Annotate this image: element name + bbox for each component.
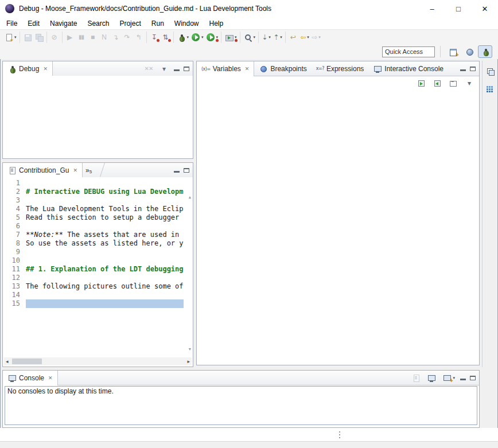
menu-navigate[interactable]: Navigate — [45, 18, 82, 29]
remove-all-terminated-button[interactable]: ✕✕ — [143, 63, 154, 75]
tab-breakpoints[interactable]: Breakpoints — [254, 61, 311, 76]
glyph-icon: ⇅ — [162, 34, 168, 41]
maximize-view-button[interactable] — [184, 168, 189, 173]
restore-minimized-views-button[interactable] — [484, 65, 496, 77]
menu-file[interactable]: File — [1, 18, 22, 29]
tab-contribution-guide[interactable]: Contribution_Gu ✕ — [3, 163, 83, 178]
disconnect-button[interactable]: N — [99, 31, 110, 44]
scroll-right-icon[interactable] — [187, 359, 190, 364]
lua-perspective-button[interactable] — [462, 45, 476, 58]
console-viewer[interactable]: No consoles to display at this time. — [5, 386, 477, 425]
debug-perspective-button[interactable] — [478, 45, 492, 58]
close-icon[interactable]: ✕ — [245, 66, 250, 72]
horizontal-scrollbar[interactable] — [4, 357, 192, 365]
minimize-view-button[interactable] — [460, 376, 466, 380]
tab-console[interactable]: Console ✕ — [3, 371, 58, 385]
scroll-left-icon[interactable] — [6, 359, 9, 364]
line-number: 13 — [3, 282, 20, 291]
code-line: The following pictures outline some of — [26, 282, 184, 291]
close-icon[interactable]: ✕ — [73, 167, 77, 173]
pin-console-button[interactable] — [410, 372, 422, 384]
maximize-view-button[interactable] — [470, 67, 476, 71]
debug-view-content[interactable] — [3, 76, 193, 158]
step-return-button[interactable]: ↰ — [133, 31, 145, 44]
glyph-icon: ↷ — [124, 34, 130, 41]
skip-all-breakpoints-button[interactable]: ⊘ — [49, 31, 60, 44]
resume-button[interactable]: ▶ — [64, 31, 76, 44]
menu-edit[interactable]: Edit — [22, 18, 45, 29]
forward-button[interactable]: ⇨▾ — [310, 31, 322, 44]
show-logical-structures-button[interactable] — [415, 77, 427, 89]
last-edit-location-button[interactable]: ↩ — [287, 31, 299, 44]
tab-variables[interactable]: (x)=Variables✕ — [197, 61, 254, 76]
menu-project[interactable]: Project — [114, 18, 146, 29]
save-button[interactable] — [22, 31, 33, 44]
open-perspective-button[interactable] — [446, 45, 460, 58]
menu-window[interactable]: Window — [169, 18, 204, 29]
dropdown-arrow-icon: ▾ — [307, 35, 309, 40]
bottom-sash-grip[interactable] — [336, 429, 343, 441]
outline-view-button[interactable] — [484, 83, 496, 96]
step-into-button[interactable]: ↴ — [110, 31, 122, 44]
tab-debug[interactable]: Debug ✕ — [3, 61, 53, 76]
coverage-button[interactable]: ▾ — [205, 31, 220, 44]
open-console-button[interactable]: ▾ — [441, 372, 456, 384]
external-tools-button[interactable]: ▾ — [223, 31, 238, 44]
maximize-icon — [184, 67, 189, 71]
debug-button[interactable]: ▾ — [176, 31, 190, 44]
new-wizard-button[interactable]: ▾ — [3, 31, 18, 44]
maximize-button[interactable]: □ — [445, 0, 472, 17]
minimize-view-button[interactable] — [174, 168, 180, 173]
variables-tabbar: (x)=Variables✕Breakpointsx=?ExpressionsI… — [197, 61, 479, 76]
code-line: The Lua Development Tools in the Eclips — [26, 205, 184, 213]
toolbar-separator — [221, 32, 221, 43]
line-number: 10 — [3, 256, 20, 265]
code-line — [26, 179, 184, 188]
minimize-view-button[interactable] — [174, 67, 180, 71]
step-over-button[interactable]: ↷ — [122, 31, 133, 44]
close-icon[interactable]: ✕ — [48, 375, 53, 381]
search-button[interactable]: ▾ — [242, 31, 257, 44]
scrollbar-thumb[interactable] — [12, 359, 42, 364]
glyph-icon: ↧ — [151, 34, 157, 41]
view-menu-button[interactable]: ▾ — [158, 63, 170, 75]
tab-expressions[interactable]: x=?Expressions — [312, 61, 369, 76]
toolbar-separator — [46, 32, 47, 43]
previous-annotation-button[interactable]: ⇡▾ — [272, 31, 283, 44]
menu-help[interactable]: Help — [204, 18, 229, 29]
view-menu-button[interactable]: ▾ — [464, 77, 475, 89]
menu-run[interactable]: Run — [146, 18, 169, 29]
use-step-filters-button[interactable]: ⇅ — [160, 31, 172, 44]
tab-interactive-console[interactable]: Interactive Console — [368, 61, 448, 76]
collapse-all-button[interactable] — [448, 77, 459, 89]
dropdown-arrow-icon: ▾ — [201, 35, 204, 40]
tab-overflow-chevron[interactable]: 5 — [83, 163, 95, 177]
expressions-icon: x=? — [316, 66, 324, 71]
editor-text-area[interactable]: 123456789101112131415 # Interactive DEBU… — [3, 177, 193, 367]
editor-gutter[interactable]: 123456789101112131415 — [3, 179, 20, 308]
save-all-button[interactable] — [33, 31, 45, 44]
drop-to-frame-button[interactable]: ↧ — [149, 31, 160, 44]
main-toolbar: ▾⊘▶▮▮■N↴↷↰↧⇅▾▾▾▾▾⇣▾⇡▾↩⇦▾⇨▾ — [0, 29, 498, 44]
show-columns-button[interactable] — [431, 77, 443, 89]
back-button[interactable]: ⇦▾ — [299, 31, 310, 44]
display-selected-console-button[interactable] — [426, 372, 437, 384]
suspend-button[interactable]: ▮▮ — [76, 31, 87, 44]
scroll-down-icon[interactable] — [189, 345, 191, 354]
run-button[interactable]: ▾ — [190, 31, 205, 44]
close-icon[interactable]: ✕ — [43, 66, 48, 72]
menu-search[interactable]: Search — [82, 18, 114, 29]
minimize-view-button[interactable] — [460, 67, 466, 71]
minimize-icon — [174, 69, 180, 71]
scroll-up-icon[interactable] — [189, 193, 191, 202]
line-number: 9 — [3, 248, 20, 256]
minimize-button[interactable]: – — [419, 0, 445, 17]
maximize-view-button[interactable] — [470, 376, 476, 380]
maximize-view-button[interactable] — [184, 67, 189, 71]
variables-view-content[interactable] — [197, 89, 479, 365]
next-annotation-button[interactable]: ⇣▾ — [260, 31, 272, 44]
close-button[interactable]: ✕ — [472, 0, 498, 17]
glyph-icon: ⇦ — [300, 34, 306, 41]
quick-access-box[interactable]: Quick Access — [382, 46, 435, 57]
terminate-button[interactable]: ■ — [87, 31, 99, 44]
